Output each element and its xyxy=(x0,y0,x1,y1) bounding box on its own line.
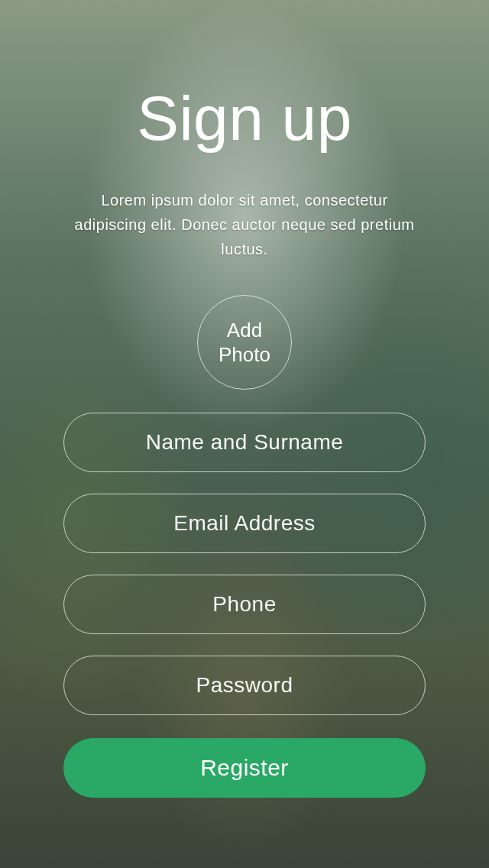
signup-screen: Sign up Lorem ipsum dolor sit amet, cons… xyxy=(0,0,489,868)
add-photo-button[interactable]: Add Photo xyxy=(197,295,292,390)
register-button[interactable]: Register xyxy=(63,738,426,798)
add-photo-label-line2: Photo xyxy=(219,342,270,368)
add-photo-label-line1: Add xyxy=(227,318,262,343)
signup-form: Register xyxy=(63,413,426,798)
email-field[interactable] xyxy=(63,494,426,553)
name-field[interactable] xyxy=(63,413,426,472)
phone-field[interactable] xyxy=(63,575,426,634)
page-subtitle: Lorem ipsum dolor sit amet, consectetur … xyxy=(63,188,426,261)
page-title: Sign up xyxy=(137,83,352,154)
password-field[interactable] xyxy=(63,656,426,715)
